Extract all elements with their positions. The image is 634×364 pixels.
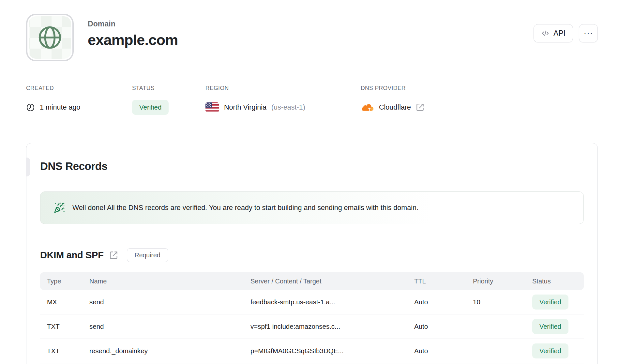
api-button[interactable]: API <box>534 24 573 42</box>
dns-provider-name: Cloudflare <box>379 103 411 112</box>
meta-region: REGION <box>205 85 361 115</box>
dkim-spf-section-header: DKIM and SPF Required <box>40 248 584 262</box>
cell-name: resend._domainkey <box>89 347 250 355</box>
domain-avatar <box>26 14 74 61</box>
more-options-button[interactable]: ··· <box>579 24 598 42</box>
region-code: (us-east-1) <box>271 103 305 112</box>
table-row: TXT send v=spf1 include:amazonses.c... A… <box>40 314 584 339</box>
table-header-row: Type Name Server / Content / Target TTL … <box>40 272 584 290</box>
col-header-priority: Priority <box>473 278 532 285</box>
verified-banner-text: Well done! All the DNS records are verif… <box>72 204 418 212</box>
created-value: 1 minute ago <box>40 103 80 112</box>
cell-type: MX <box>47 298 89 306</box>
party-popper-icon <box>54 202 65 213</box>
row-status-badge: Verified <box>532 343 568 358</box>
page-header: Domain example.com API ··· <box>26 14 598 61</box>
cell-content: p=MIGfMA0GCSqGSIb3DQE... <box>250 347 414 355</box>
clock-icon <box>26 103 35 112</box>
status-label: STATUS <box>132 85 205 92</box>
dns-records-title: DNS Records <box>40 160 584 173</box>
domain-detail-page: Domain example.com API ··· <box>0 0 634 364</box>
api-button-label: API <box>553 29 566 38</box>
col-header-status: Status <box>532 278 584 285</box>
dkim-spf-title: DKIM and SPF <box>40 250 104 261</box>
dns-records-table: Type Name Server / Content / Target TTL … <box>40 272 584 363</box>
cell-content: feedback-smtp.us-east-1.a... <box>250 298 414 306</box>
cell-priority: 10 <box>473 298 532 306</box>
cell-content: v=spf1 include:amazonses.c... <box>250 323 414 330</box>
region-label: REGION <box>205 85 361 92</box>
ellipsis-icon: ··· <box>584 28 593 38</box>
col-header-content: Server / Content / Target <box>250 278 414 285</box>
region-name: North Virginia <box>224 103 266 112</box>
status-badge: Verified <box>132 100 169 115</box>
cell-type: TXT <box>47 347 89 355</box>
page-kicker: Domain <box>88 20 178 28</box>
domain-meta-row: CREATED 1 minute ago STATUS Verified REG… <box>26 85 598 115</box>
row-status-badge: Verified <box>532 295 568 310</box>
col-header-type: Type <box>47 278 89 285</box>
created-label: CREATED <box>26 85 132 92</box>
cell-name: send <box>89 298 250 306</box>
meta-dns-provider: DNS PROVIDER Cloudflare <box>361 85 598 115</box>
cell-name: send <box>89 323 250 330</box>
dns-records-card: DNS Records Well done! All the DNS recor… <box>26 143 598 364</box>
meta-created: CREATED 1 minute ago <box>26 85 132 115</box>
table-row: TXT resend._domainkey p=MIGfMA0GCSqGSIb3… <box>40 339 584 363</box>
required-badge: Required <box>127 248 168 262</box>
section-anchor-notch <box>26 158 30 176</box>
col-header-name: Name <box>89 278 250 285</box>
title-block: Domain example.com <box>88 14 178 49</box>
header-actions: API ··· <box>534 14 598 42</box>
external-link-icon[interactable] <box>109 251 118 260</box>
row-status-badge: Verified <box>532 319 568 334</box>
meta-status: STATUS Verified <box>132 85 205 115</box>
code-icon <box>541 29 550 38</box>
page-title: example.com <box>88 32 178 49</box>
verified-banner: Well done! All the DNS records are verif… <box>40 191 584 224</box>
col-header-ttl: TTL <box>414 278 473 285</box>
cell-type: TXT <box>47 323 89 330</box>
globe-icon <box>37 24 63 51</box>
dns-provider-label: DNS PROVIDER <box>361 85 598 92</box>
cloudflare-icon <box>361 103 374 112</box>
cell-ttl: Auto <box>414 298 473 306</box>
cell-ttl: Auto <box>414 323 473 330</box>
cell-ttl: Auto <box>414 347 473 355</box>
us-flag-icon <box>205 102 219 112</box>
external-link-icon[interactable] <box>416 103 424 112</box>
table-row: MX send feedback-smtp.us-east-1.a... Aut… <box>40 290 584 314</box>
